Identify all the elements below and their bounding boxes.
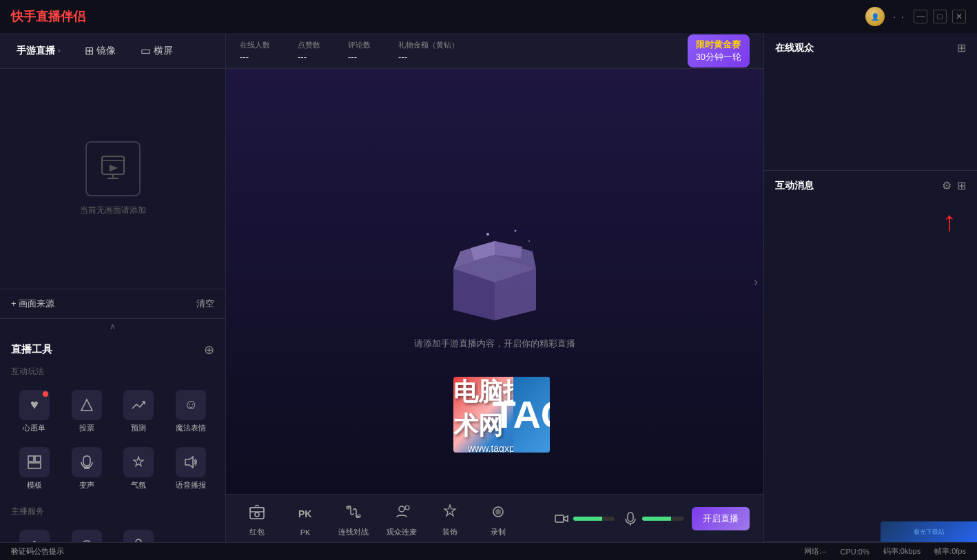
watermark-tag: TAG <box>513 377 550 453</box>
interactive-messages-header: 互动消息 ⚙ ⊞ <box>764 171 977 200</box>
tool-pk-label: PK <box>300 528 311 537</box>
nav-label-landscape: 横屏 <box>154 45 173 57</box>
svg-rect-7 <box>35 456 41 462</box>
maximize-button[interactable]: □ <box>933 10 947 23</box>
clear-source-label: 清空 <box>196 298 214 309</box>
stat-comments-label: 评论数 <box>348 40 371 50</box>
tool-magic-emoji[interactable]: ☺ 魔法表情 <box>167 386 214 437</box>
tools-header: 直播工具 ⊕ <box>11 342 214 357</box>
titlebar-left: 快手直播伴侣 <box>11 8 85 25</box>
avatar[interactable]: 👤 <box>865 7 885 26</box>
stat-gifts-label: 礼物金额（黄钻） <box>398 40 459 50</box>
tool-redpacket-label: 红包 <box>249 527 265 537</box>
video-placeholder-text: 请添加手游直播内容，开启你的精彩直播 <box>414 338 575 350</box>
tag-text: TAG <box>492 395 550 434</box>
mirror-icon: ⊞ <box>85 44 94 57</box>
tool-decoration-label: 装饰 <box>442 527 457 537</box>
stat-comments: 评论数 --- <box>348 40 371 62</box>
tool-voice-change[interactable]: 变声 <box>63 443 110 495</box>
tool-pk[interactable]: PK PK <box>288 501 322 537</box>
messages-body: ↑ <box>764 200 977 541</box>
status-fps: 帧率:0fps <box>934 546 966 557</box>
video-area: 请添加手游直播内容，开启你的精彩直播 › 电脑技术网 www.tagxp.com… <box>226 69 763 494</box>
decoration-icon <box>438 499 462 524</box>
tool-connect-battle[interactable]: 连线对战 <box>336 499 371 537</box>
tool-predict[interactable]: 预测 <box>116 386 163 437</box>
stat-online: 在线人数 --- <box>240 40 270 62</box>
tool-vote-label: 投票 <box>79 423 94 433</box>
add-source-button[interactable]: + 画面来源 <box>11 298 54 310</box>
recording-controls: 开启直播 <box>554 507 750 530</box>
wishlist-badge <box>43 391 48 397</box>
interactive-messages-section: 互动消息 ⚙ ⊞ ↑ <box>764 171 977 542</box>
tool-wishlist-icon: ♥ <box>19 390 50 420</box>
gold-banner[interactable]: 限时黄金赛 30分钟一轮 <box>688 34 750 68</box>
connect-battle-icon <box>341 499 366 524</box>
nav-label-mirror: 镜像 <box>96 45 116 57</box>
tool-voice-broadcast-icon <box>176 447 206 477</box>
live-tools: 直播工具 ⊕ 互动玩法 ♥ 心愿单 <box>0 334 225 543</box>
stat-likes-value: --- <box>298 52 320 62</box>
tool-wishlist[interactable]: ♥ 心愿单 <box>11 386 58 437</box>
tool-audience-mic[interactable]: 观众连麦 <box>384 499 419 537</box>
svg-point-24 <box>399 506 404 512</box>
camera-icon[interactable] <box>554 511 569 526</box>
redpacket-icon <box>245 499 269 524</box>
svg-point-14 <box>136 539 141 543</box>
stat-gifts-value: --- <box>398 52 459 62</box>
nav-item-mirror[interactable]: ⊞ 镜像 <box>79 41 121 60</box>
tool-template-icon <box>19 447 50 477</box>
stat-comments-value: --- <box>348 52 371 62</box>
tool-voice-broadcast[interactable]: 语音播报 <box>167 443 214 495</box>
tool-decoration[interactable]: 装饰 <box>433 499 467 537</box>
tool-template[interactable]: 模板 <box>11 443 58 495</box>
download-watermark: 极光下载站 <box>881 521 977 542</box>
stat-gifts: 礼物金额（黄钻） --- <box>398 40 459 62</box>
tools-settings-icon[interactable]: ⊕ <box>204 342 214 357</box>
messages-expand-icon[interactable]: ⊞ <box>957 179 966 192</box>
mic-control <box>554 511 615 526</box>
tool-voice-change-label: 变声 <box>79 480 94 490</box>
tool-wishlist-label: 心愿单 <box>23 423 45 433</box>
stats-bar: 在线人数 --- 点赞数 --- 评论数 --- 礼物金额（黄钻） --- 限时… <box>226 33 763 69</box>
svg-marker-2 <box>110 165 118 172</box>
tool-magic-emoji-label: 魔法表情 <box>176 423 206 433</box>
collapse-button[interactable]: ∧ <box>0 319 225 334</box>
tool-interactive-play[interactable]: 互动玩法 <box>63 526 110 543</box>
tool-fan-group[interactable]: 粉丝团 <box>11 526 58 543</box>
nav-item-landscape[interactable]: ▭ 横屏 <box>135 41 178 60</box>
notice-button[interactable]: 验证码公告提示 <box>11 546 64 557</box>
svg-rect-19 <box>250 508 264 512</box>
tool-template-label: 模板 <box>27 480 42 490</box>
online-viewers-list <box>764 63 977 71</box>
svg-marker-5 <box>81 400 92 411</box>
clear-source-button[interactable]: 清空 <box>196 298 214 310</box>
interactive-label: 互动玩法 <box>11 366 214 377</box>
tool-record[interactable]: 录制 <box>481 499 515 537</box>
svg-point-16 <box>515 229 517 231</box>
win-controls: — □ ✕ <box>914 10 966 23</box>
go-live-button[interactable]: 开启直播 <box>692 507 750 530</box>
nav-item-mobile-live[interactable]: 手游直播 › <box>11 42 65 60</box>
titlebar-dots: · · <box>893 11 905 22</box>
tool-vote-icon <box>72 390 102 420</box>
tool-virtual-host[interactable]: 虚拟主播 <box>116 526 163 543</box>
mic-control2 <box>623 511 683 526</box>
close-button[interactable]: ✕ <box>952 10 966 23</box>
titlebar: 快手直播伴侣 👤 · · — □ ✕ <box>0 0 977 33</box>
tool-record-label: 录制 <box>491 527 506 537</box>
tool-atmosphere[interactable]: 气氛 <box>116 443 163 495</box>
tool-redpacket[interactable]: 红包 <box>240 499 274 537</box>
svg-rect-8 <box>28 463 41 468</box>
status-bitrate: 码率:0kbps <box>883 546 921 557</box>
tools-title: 直播工具 <box>11 343 52 356</box>
messages-settings-icon[interactable]: ⚙ <box>942 179 952 192</box>
online-viewers-expand-icon[interactable]: ⊞ <box>957 41 966 54</box>
bottom-toolbar: 红包 PK PK 连线对 <box>226 494 763 542</box>
mic-icon[interactable] <box>623 511 638 526</box>
side-arrow-button[interactable]: › <box>754 274 758 289</box>
tool-vote[interactable]: 投票 <box>63 386 110 437</box>
tool-atmosphere-label: 气氛 <box>131 480 146 490</box>
volume-bar <box>573 517 615 521</box>
minimize-button[interactable]: — <box>914 10 927 23</box>
